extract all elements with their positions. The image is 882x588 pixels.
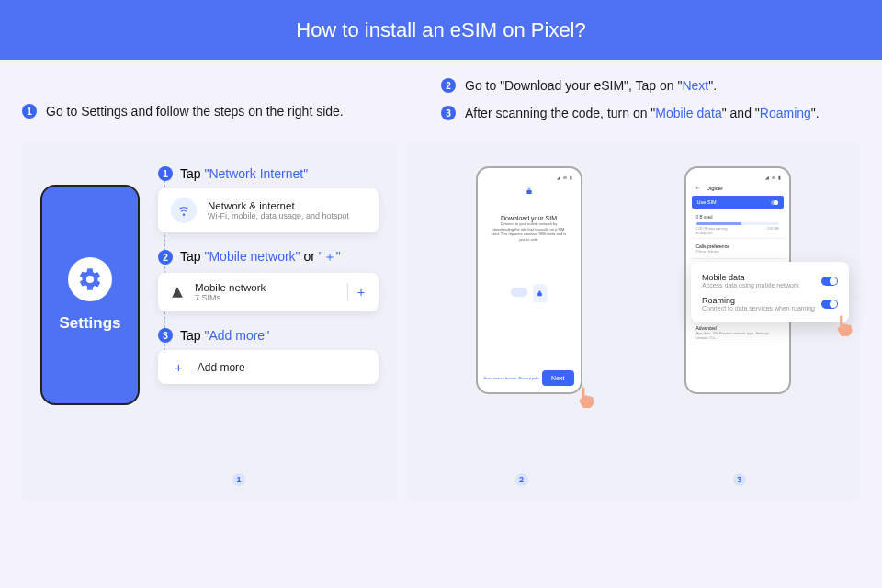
header-title: How to install an eSIM on Pixel? [296,18,586,42]
download-footer: Scan source license, Privacy polic Next [484,370,574,386]
mobile-data-link: Mobile data [655,106,721,120]
usage-bar [696,222,779,225]
instruction-3-text: After scanning the code, turn on "Mobile… [465,106,820,120]
step-badge-3: 3 [441,106,456,120]
row-calls-pref[interactable]: Calls preference China Unicom [690,239,786,259]
panel-badge-3: 3 [733,473,746,486]
page-header: How to install an eSIM on Pixel? [0,0,882,60]
wifi-icon: ⋒ [772,175,775,180]
signal-icon [171,286,184,299]
substep-1: 1 Tap "Network Internet" Network & inter… [158,166,379,232]
roaming-link: Roaming [760,106,811,120]
plus-icon: + [175,359,183,375]
step-badge-1: 1 [22,104,37,119]
pointer-hand-icon [574,385,598,409]
signal-icon: ◢ [557,175,560,180]
back-icon[interactable]: ← [695,185,702,191]
phone-download-sim: ◢ ⋒ ▮ Download your SIM Connect to your … [476,166,582,394]
substep-3-head: 3 Tap "Add more" [158,328,379,343]
row-advanced[interactable]: Advanced App data, 7% Prevent network ty… [690,321,786,345]
instruction-1: 1 Go to Settings and follow the steps on… [22,104,441,119]
steps-column: 1 Tap "Network Internet" Network & inter… [158,166,379,484]
sim-illustration [502,267,557,302]
download-desc: Connect to your mobile network by downlo… [481,221,577,242]
substep-badge-2: 2 [158,250,173,265]
network-internet-card[interactable]: Network & internet Wi-Fi, mobile, data u… [158,188,379,232]
network-card-text: Network & internet Wi-Fi, mobile, data u… [208,200,349,220]
carrier-name: Digicel [707,186,723,191]
top-instructions: 1 Go to Settings and follow the steps on… [0,60,882,142]
plus-icon[interactable]: + [347,283,366,301]
toggle-on-icon [771,200,778,205]
battery-icon: ▮ [778,175,781,180]
sim-card-icon [533,284,548,302]
roaming-toggle-row[interactable]: Roaming Connect to data services when ro… [702,292,838,315]
substep-1-head: 1 Tap "Network Internet" [158,166,379,181]
substep-2-head: 2 Tap "Mobile network" or "＋" [158,249,379,266]
signal-icon: ◢ [765,175,769,180]
titlebar: ← Digicel [690,182,786,196]
use-sim-toggle[interactable]: Use SIM [692,196,784,209]
wifi-icon [171,198,197,223]
panel-badge-2: 2 [515,473,528,486]
substep-2: 2 Tap "Mobile network" or "＋" Mobile net… [158,249,379,311]
toggle-switch-on[interactable] [821,300,838,309]
panels-row: Settings 1 Tap "Network Internet" Networ… [0,142,882,501]
top-left-instruction: 1 Go to Settings and follow the steps on… [22,78,441,133]
scan-link[interactable]: Scan source license, Privacy polic [484,376,539,380]
lock-icon [525,187,534,197]
mobile-data-roaming-card: Mobile data Access data using mobile net… [691,262,849,322]
mobile-data-toggle-row[interactable]: Mobile data Access data using mobile net… [702,269,838,292]
next-button[interactable]: Next [542,370,573,386]
add-more-card[interactable]: + Add more [158,350,379,384]
data-usage-block: 0 B used 2.00 GB data warning 2.00 GB 30… [690,209,786,239]
panel-steps-2-3: ◢ ⋒ ▮ Download your SIM Connect to your … [406,142,860,501]
top-right-instructions: 2 Go to "Download your eSIM", Tap on "Ne… [441,78,860,133]
instruction-3: 3 After scanning the code, turn on "Mobi… [441,106,860,120]
download-title: Download your SIM [481,215,577,221]
instruction-1-text: Go to Settings and follow the steps on t… [46,104,344,119]
status-bar: ◢ ⋒ ▮ [481,172,577,182]
panel-badge-1: 1 [232,473,245,486]
step-badge-2: 2 [441,78,456,93]
instruction-2-text: Go to "Download your eSIM", Tap on "Next… [465,78,717,93]
instruction-2: 2 Go to "Download your eSIM", Tap on "Ne… [441,78,860,93]
panel-step-1: Settings 1 Tap "Network Internet" Networ… [22,142,397,501]
settings-label: Settings [59,314,120,333]
substep-badge-1: 1 [158,166,173,181]
wifi-icon: ⋒ [563,175,567,180]
cloud-icon [511,288,527,297]
substep-badge-3: 3 [158,328,173,343]
battery-icon: ▮ [570,175,572,180]
mobile-network-card[interactable]: Mobile network 7 SIMs + [158,273,379,311]
substep-3: 3 Tap "Add more" + Add more [158,328,379,384]
settings-phone-mock: Settings [40,185,140,405]
status-bar: ◢ ⋒ ▮ [690,172,786,182]
pointer-hand-icon [832,313,856,337]
toggle-switch-on[interactable] [821,277,838,286]
next-link: Next [682,78,708,93]
settings-gear-icon [68,257,112,301]
